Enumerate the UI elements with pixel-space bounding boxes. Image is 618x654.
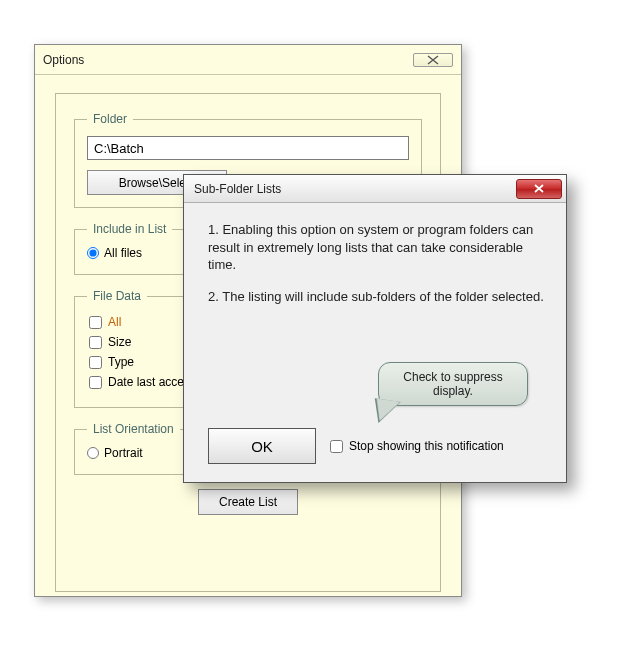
subfolder-dialog: Sub-Folder Lists 1. Enabling this option… [183, 174, 567, 483]
file-data-legend: File Data [87, 289, 147, 303]
folder-path-input[interactable] [87, 136, 409, 160]
dialog-body: 1. Enabling this option on system or pro… [184, 203, 566, 331]
dialog-text-2: 2. The listing will include sub-folders … [208, 288, 546, 306]
filedata-type-checkbox[interactable] [89, 356, 102, 369]
options-titlebar: Options [35, 45, 461, 75]
create-list-button[interactable]: Create List [198, 489, 298, 515]
options-title: Options [43, 53, 84, 67]
dialog-title: Sub-Folder Lists [194, 182, 281, 196]
close-icon [532, 183, 546, 194]
callout-tooltip: Check to suppress display. [378, 362, 528, 406]
filedata-all-label: All [108, 315, 121, 329]
portrait-radio[interactable] [87, 447, 99, 459]
stop-showing-label: Stop showing this notification [349, 439, 504, 453]
include-list-legend: Include in List [87, 222, 172, 236]
all-files-label: All files [104, 246, 142, 260]
callout-text: Check to suppress display. [389, 370, 517, 398]
folder-legend: Folder [87, 112, 133, 126]
dialog-text-1: 1. Enabling this option on system or pro… [208, 221, 546, 274]
orientation-legend: List Orientation [87, 422, 180, 436]
filedata-date-checkbox[interactable] [89, 376, 102, 389]
all-files-radio[interactable] [87, 247, 99, 259]
ok-button[interactable]: OK [208, 428, 316, 464]
close-icon [426, 55, 440, 65]
portrait-label: Portrait [104, 446, 143, 460]
filedata-all-checkbox[interactable] [89, 316, 102, 329]
stop-showing-checkbox[interactable] [330, 440, 343, 453]
filedata-type-label: Type [108, 355, 134, 369]
filedata-size-label: Size [108, 335, 131, 349]
filedata-size-checkbox[interactable] [89, 336, 102, 349]
dialog-close-button[interactable] [516, 179, 562, 199]
dialog-titlebar: Sub-Folder Lists [184, 175, 566, 203]
options-close-button[interactable] [413, 53, 453, 67]
